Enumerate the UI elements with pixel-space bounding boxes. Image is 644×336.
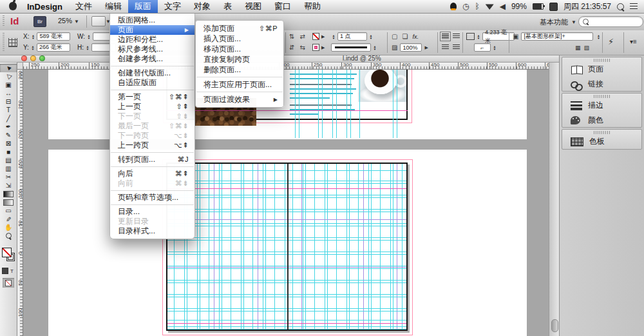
menubar-menu-窗口[interactable]: 窗口 — [268, 0, 298, 13]
stroke-type-dropdown[interactable] — [331, 43, 371, 52]
document-canvas[interactable] — [23, 70, 549, 336]
vertical-grid-tool[interactable]: ▥ — [0, 164, 17, 173]
apple-menu-icon[interactable] — [9, 2, 17, 10]
gradient-swatch-tool[interactable] — [0, 190, 17, 198]
corner-shape-arrows[interactable]: ▲▼ — [492, 45, 497, 50]
workspace-switcher[interactable]: 基本功能 ▼ — [540, 17, 576, 27]
opacity-field[interactable]: 100% — [400, 43, 422, 52]
w-stepper[interactable]: ▲▼ — [86, 34, 91, 39]
reference-point-proxy[interactable] — [8, 38, 17, 47]
layout-menu-item-14[interactable]: 上一跨页⌥⇞ — [110, 141, 194, 150]
panel-button-描边[interactable]: 描边 — [562, 98, 641, 113]
line-tool[interactable]: ╱ — [0, 114, 17, 123]
app-menu-indesign[interactable]: InDesign — [21, 0, 69, 13]
fill-none-swatch[interactable] — [312, 33, 319, 40]
menubar-clock[interactable]: 周四 21:35:57 — [564, 1, 611, 12]
bluetooth-icon[interactable]: ᛒ — [475, 2, 479, 11]
transparency-icon[interactable]: ▨ — [392, 44, 397, 51]
view-options-button[interactable] — [91, 16, 106, 26]
free-transform-tool[interactable]: ⇲ — [0, 181, 17, 190]
layout-menu-item-1[interactable]: 页面▶ — [110, 25, 194, 35]
pages-submenu-item-3[interactable]: 直接复制跨页 — [196, 54, 283, 64]
note-tool[interactable]: ▭ — [0, 206, 17, 215]
menubar-menu-编辑[interactable]: 编辑 — [99, 0, 128, 13]
clear-overrides-icon[interactable]: ▦ — [575, 44, 581, 51]
effects-icon[interactable]: fx. — [412, 34, 419, 40]
layout-menu-item-16[interactable]: 转到页面...⌘J — [110, 155, 194, 164]
zoom-level-dropdown[interactable]: 25% ▼ — [58, 17, 79, 25]
fill-none-swatch[interactable] — [2, 248, 12, 257]
layout-menu-item-9[interactable]: 第一页⇧⌘⇞ — [110, 92, 194, 102]
layout-menu-item-25[interactable]: 目录样式... — [110, 226, 194, 236]
pages-submenu-item-4[interactable]: 删除页面... — [196, 64, 283, 75]
vertical-scrollbar[interactable] — [549, 62, 559, 336]
panel-button-页面[interactable]: 页面 — [562, 62, 641, 77]
coffee-cup-photo[interactable] — [358, 70, 406, 102]
pages-submenu-item-0[interactable]: 添加页面⇧⌘P — [196, 23, 283, 34]
x-position-field[interactable]: 589 毫米 — [37, 32, 70, 41]
y-position-field[interactable]: 266 毫米 — [37, 43, 70, 52]
minimize-button[interactable] — [30, 55, 36, 61]
corner-options-icon[interactable]: ▢ — [392, 33, 397, 40]
pages-submenu-item-2[interactable]: 移动页面... — [196, 44, 283, 54]
horizontal-ruler[interactable]: 250200150200250300350400450500550600650 — [23, 62, 549, 70]
drop-shadow-icon[interactable]: ❏ — [402, 33, 408, 40]
panel-button-色板[interactable]: 色板 — [562, 134, 641, 149]
new-style-icon[interactable]: ▧ — [584, 44, 590, 51]
control-panel-drag-handle[interactable] — [3, 33, 5, 52]
layout-menu-item-0[interactable]: 版面网格... — [110, 15, 194, 25]
apply-none-button[interactable] — [3, 278, 14, 288]
panel-menu-icon[interactable]: ▾≡ — [630, 38, 637, 45]
menubar-menu-文字[interactable]: 文字 — [158, 0, 187, 13]
pages-submenu-item-8[interactable]: 页面过渡效果▶ — [196, 94, 283, 104]
selection-tool[interactable]: ► — [0, 64, 17, 72]
pen-tool[interactable]: ✒ — [0, 123, 17, 131]
align-center-icon[interactable] — [453, 34, 460, 39]
clock-icon[interactable]: ◷ — [462, 2, 469, 11]
stroke-weight-field[interactable]: 1 点 — [337, 32, 367, 41]
menubar-menu-版面[interactable]: 版面 — [128, 0, 158, 13]
spotlight-icon[interactable] — [617, 3, 624, 10]
corner-size-field[interactable]: 4.233 毫米 — [482, 32, 515, 41]
close-button[interactable] — [21, 55, 27, 61]
panel-button-链接[interactable]: 链接 — [562, 77, 641, 92]
layout-menu-item-23[interactable]: 目录... — [110, 207, 194, 217]
layout-menu-item-3[interactable]: 标尺参考线... — [110, 44, 194, 54]
wifi-icon[interactable] — [486, 3, 494, 10]
frame-tool[interactable]: ⊠ — [0, 139, 17, 148]
formatting-affects-container-icon[interactable] — [2, 268, 8, 274]
hand-tool[interactable]: ✋ — [0, 223, 17, 232]
menubar-menu-视图[interactable]: 视图 — [238, 0, 268, 13]
stroke-type-arrows[interactable]: ▲▼ — [372, 45, 377, 50]
bridge-icon[interactable]: Br — [33, 16, 46, 27]
search-input[interactable] — [578, 16, 643, 27]
rectangle-tool[interactable]: ■ — [0, 148, 17, 156]
input-method-icon[interactable] — [549, 3, 558, 11]
pencil-tool[interactable]: ✎ — [0, 131, 17, 139]
layout-menu-item-2[interactable]: 边距和分栏... — [110, 35, 194, 44]
x-stepper[interactable]: ▲▼ — [30, 34, 35, 39]
direct-selection-tool[interactable]: ▷ — [0, 72, 17, 81]
pages-submenu-item-6[interactable]: 将主页应用于页面... — [196, 79, 283, 90]
corner-size-stepper[interactable]: ▲▼ — [476, 34, 481, 39]
quick-apply-icon[interactable]: ⚡ — [608, 37, 614, 46]
chevron-right-icon[interactable]: ▶ — [424, 45, 428, 50]
align-right-icon[interactable] — [442, 44, 449, 50]
layout-menu-item-4[interactable]: 创建参考线... — [110, 54, 194, 64]
gap-tool[interactable]: ↔ — [0, 89, 17, 97]
layout-menu-item-18[interactable]: 向后⌘⇞ — [110, 169, 194, 179]
pages-submenu-item-1[interactable]: 插入页面... — [196, 34, 283, 44]
rotate-icon[interactable]: ⇄ — [299, 33, 305, 40]
panel-button-颜色[interactable]: 颜色 — [562, 113, 641, 128]
layout-menu-item-10[interactable]: 上一页⇧⇞ — [110, 102, 194, 112]
align-left-icon[interactable] — [442, 34, 449, 39]
shear-icon[interactable]: ⇆ — [299, 44, 305, 51]
page-tool[interactable]: ▣ — [0, 81, 17, 89]
notification-list-icon[interactable] — [630, 3, 638, 10]
object-style-arrows[interactable]: ▲▼ — [596, 34, 601, 39]
page-spread-2[interactable] — [166, 163, 408, 331]
scissors-tool[interactable]: ✂ — [0, 173, 17, 181]
corner-shape-dropdown[interactable]: ⌐ — [474, 43, 491, 52]
horizontal-grid-tool[interactable]: ▤ — [0, 156, 17, 164]
justify-icon[interactable] — [453, 44, 460, 50]
